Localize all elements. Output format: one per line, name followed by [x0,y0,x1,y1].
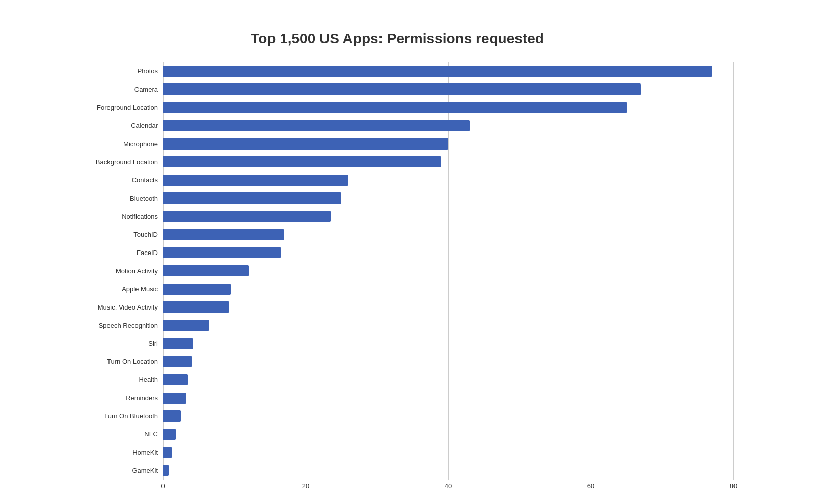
y-label: Reminders [61,389,163,407]
bar-row [163,62,734,80]
bar-row [163,98,734,117]
y-label: Apple Music [61,280,163,298]
bar-row [163,353,734,371]
y-labels: PhotosCameraForeground LocationCalendarM… [61,62,163,480]
y-label: Music, Video Activity [61,298,163,317]
bar [163,83,641,95]
y-label: Contacts [61,171,163,189]
bar-row [163,153,734,171]
bar [163,465,169,476]
bar [163,138,448,149]
y-label: Speech Recognition [61,316,163,334]
x-tick: 0 [161,482,165,490]
bar-row [163,371,734,389]
x-tick: 20 [302,482,309,490]
bar [163,301,229,313]
bar-row [163,334,734,353]
y-label: Photos [61,62,163,80]
bar-row [163,226,734,244]
bar [163,284,231,295]
bar [163,66,712,77]
chart-area: PhotosCameraForeground LocationCalendarM… [61,62,734,480]
bar [163,447,172,458]
bar-row [163,425,734,443]
bar-row [163,280,734,298]
bar [163,356,192,367]
y-label: Turn On Bluetooth [61,407,163,425]
y-label: FaceID [61,244,163,262]
bar [163,320,209,331]
bars-section [163,62,734,480]
bar-row [163,443,734,462]
x-tick: 40 [445,482,452,490]
y-label: Calendar [61,117,163,135]
bar [163,102,627,113]
bar [163,211,331,222]
y-label: Motion Activity [61,262,163,280]
bar-row [163,389,734,407]
y-label: Foreground Location [61,98,163,117]
chart-container: Top 1,500 US Apps: Permissions requested… [51,10,764,494]
bar-row [163,207,734,226]
bars-wrapper [163,62,734,480]
bar-row [163,117,734,135]
y-label: Background Location [61,153,163,171]
bar [163,410,181,422]
bar [163,175,348,186]
bar-row [163,407,734,425]
bar [163,247,281,258]
bar [163,429,176,440]
bar-row [163,171,734,189]
y-label: GameKit [61,461,163,480]
y-label: TouchID [61,226,163,244]
y-label: Siri [61,334,163,353]
x-tick: 60 [587,482,594,490]
y-label: Turn On Location [61,353,163,371]
bar [163,265,249,276]
bar [163,192,341,204]
bar-row [163,316,734,334]
bar [163,156,441,167]
bar-row [163,244,734,262]
grid-line [734,62,734,480]
bar-row [163,262,734,280]
y-label: Bluetooth [61,189,163,208]
bar-row [163,135,734,153]
y-label: HomeKit [61,443,163,462]
x-tick: 80 [730,482,737,490]
y-label: Health [61,371,163,389]
x-axis: 020406080 [163,482,734,492]
y-label: Camera [61,80,163,99]
bar [163,374,188,385]
bar [163,338,193,349]
bar [163,393,186,404]
y-label: Notifications [61,207,163,226]
y-label: Microphone [61,135,163,153]
bar-row [163,189,734,208]
chart-title: Top 1,500 US Apps: Permissions requested [61,31,734,47]
bar-row [163,298,734,317]
bar-row [163,80,734,99]
y-label: NFC [61,425,163,443]
bar [163,229,284,240]
bar-row [163,461,734,480]
bar [163,120,470,131]
